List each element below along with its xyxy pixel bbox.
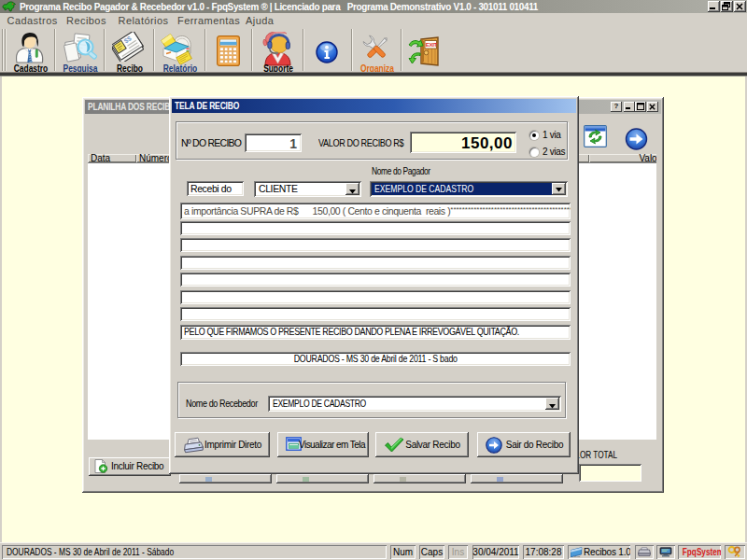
svg-text:EXIT: EXIT xyxy=(426,41,438,48)
